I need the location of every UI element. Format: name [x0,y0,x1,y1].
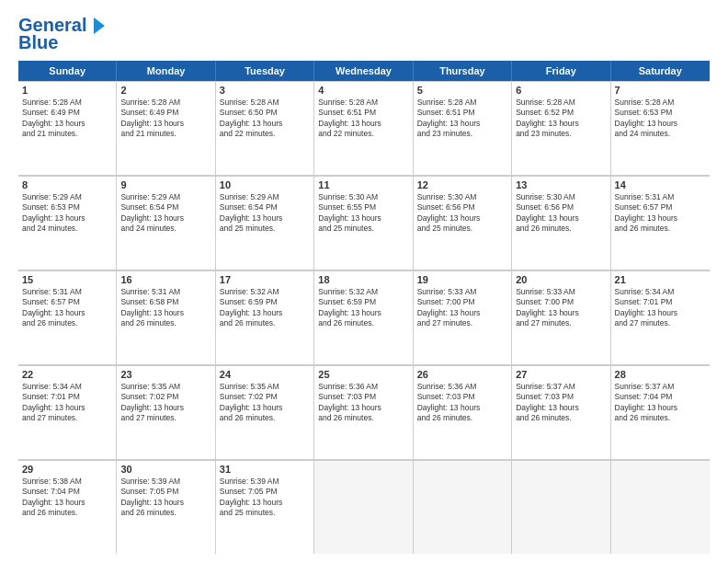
day-info-line: Sunset: 7:03 PM [417,392,507,402]
day-info-line: Daylight: 13 hours [22,119,112,129]
day-info-line: Sunrise: 5:29 AM [220,192,310,202]
calendar-day-3: 3Sunrise: 5:28 AMSunset: 6:50 PMDaylight… [216,81,314,175]
logo: General Blue [18,15,107,53]
day-info-line: Sunrise: 5:28 AM [516,98,606,108]
calendar-day-8: 8Sunrise: 5:29 AMSunset: 6:53 PMDaylight… [18,176,117,270]
calendar-day-14: 14Sunrise: 5:31 AMSunset: 6:57 PMDayligh… [611,176,710,270]
day-info-line: and 22 minutes. [318,129,408,139]
day-info-line: Sunrise: 5:38 AM [22,477,112,487]
calendar-day-4: 4Sunrise: 5:28 AMSunset: 6:51 PMDaylight… [314,81,413,175]
day-info-line: Sunset: 7:00 PM [516,297,606,307]
day-info-line: Daylight: 13 hours [417,308,507,318]
logo-blue: Blue [18,32,58,53]
day-number: 17 [220,274,310,285]
day-info-line: Sunrise: 5:28 AM [22,98,112,108]
day-info-line: Sunrise: 5:31 AM [120,287,210,297]
day-info-line: Daylight: 13 hours [417,403,507,413]
day-info-line: Sunset: 7:01 PM [615,297,706,307]
day-info-line: Sunrise: 5:32 AM [220,287,310,297]
day-info-line: Sunrise: 5:33 AM [516,287,606,297]
header-day-friday: Friday [512,61,610,81]
calendar-day-31: 31Sunrise: 5:39 AMSunset: 7:05 PMDayligh… [216,460,314,554]
day-info-line: Sunrise: 5:35 AM [220,382,310,392]
calendar-day-1: 1Sunrise: 5:28 AMSunset: 6:49 PMDaylight… [18,81,117,175]
day-info-line: Sunset: 6:54 PM [120,202,210,213]
day-info-line: Sunset: 6:54 PM [220,202,310,213]
day-info-line: Sunset: 7:03 PM [318,392,408,402]
day-info-line: and 21 minutes. [22,129,112,139]
calendar-day-21: 21Sunrise: 5:34 AMSunset: 7:01 PMDayligh… [611,270,710,364]
day-info-line: and 23 minutes. [417,129,507,139]
day-info-line: Sunset: 6:59 PM [220,297,310,307]
day-info-line: Sunset: 6:49 PM [22,108,112,118]
day-info-line: Daylight: 13 hours [220,119,310,129]
calendar-header: SundayMondayTuesdayWednesdayThursdayFrid… [18,61,710,81]
calendar-day-18: 18Sunrise: 5:32 AMSunset: 6:59 PMDayligh… [314,270,413,364]
day-number: 19 [417,274,507,285]
day-info-line: Sunrise: 5:30 AM [417,192,507,202]
day-number: 22 [22,369,112,380]
day-info-line: Sunset: 7:02 PM [220,392,310,402]
day-info-line: and 25 minutes. [220,224,310,234]
calendar-day-5: 5Sunrise: 5:28 AMSunset: 6:51 PMDaylight… [414,81,512,175]
calendar-day-2: 2Sunrise: 5:28 AMSunset: 6:49 PMDaylight… [117,81,215,175]
day-info-line: and 23 minutes. [516,129,606,139]
day-info-line: Sunset: 6:50 PM [220,108,310,118]
day-number: 7 [615,85,706,96]
day-number: 24 [220,369,310,380]
header-day-saturday: Saturday [611,61,710,81]
day-info-line: and 24 minutes. [22,224,112,234]
page: General Blue SundayMondayTuesdayWednesda… [0,0,728,563]
day-info-line: Sunset: 7:04 PM [22,487,112,497]
day-info-line: Sunset: 6:49 PM [120,108,210,118]
calendar-day-12: 12Sunrise: 5:30 AMSunset: 6:56 PMDayligh… [414,176,512,270]
calendar-empty-cell [414,460,512,554]
day-info-line: and 26 minutes. [318,318,408,328]
day-info-line: Daylight: 13 hours [220,403,310,413]
day-number: 21 [615,274,706,285]
calendar-day-13: 13Sunrise: 5:30 AMSunset: 6:56 PMDayligh… [512,176,610,270]
day-info-line: Sunrise: 5:31 AM [22,287,112,297]
day-info-line: Sunrise: 5:28 AM [318,98,408,108]
day-info-line: Daylight: 13 hours [22,308,112,318]
day-info-line: Sunset: 7:03 PM [516,392,606,402]
header-day-sunday: Sunday [18,61,117,81]
day-info-line: Sunrise: 5:30 AM [318,192,408,202]
day-info-line: and 25 minutes. [417,224,507,234]
day-info-line: Sunset: 6:56 PM [516,202,606,213]
day-number: 25 [318,369,408,380]
day-info-line: Sunrise: 5:37 AM [615,382,706,392]
day-number: 31 [220,464,310,475]
day-info-line: and 25 minutes. [220,508,310,518]
day-info-line: Sunset: 6:57 PM [615,202,706,213]
day-info-line: Sunrise: 5:29 AM [22,192,112,202]
day-number: 10 [220,179,310,190]
day-info-line: Sunrise: 5:30 AM [516,192,606,202]
calendar-day-11: 11Sunrise: 5:30 AMSunset: 6:55 PMDayligh… [314,176,413,270]
day-info-line: Sunrise: 5:34 AM [22,382,112,392]
day-info-line: Sunrise: 5:35 AM [120,382,210,392]
day-number: 15 [22,274,112,285]
day-number: 11 [318,179,408,190]
day-number: 9 [120,179,210,190]
day-info-line: and 26 minutes. [120,318,210,328]
day-number: 26 [417,369,507,380]
day-info-line: Sunset: 7:00 PM [417,297,507,307]
header-day-tuesday: Tuesday [216,61,314,81]
day-info-line: Daylight: 13 hours [318,308,408,318]
day-info-line: Sunrise: 5:36 AM [417,382,507,392]
calendar-day-24: 24Sunrise: 5:35 AMSunset: 7:02 PMDayligh… [216,365,314,459]
day-info-line: Daylight: 13 hours [516,213,606,224]
calendar-day-26: 26Sunrise: 5:36 AMSunset: 7:03 PMDayligh… [414,365,512,459]
day-info-line: Daylight: 13 hours [120,498,210,508]
day-info-line: Daylight: 13 hours [615,403,706,413]
day-info-line: Sunset: 6:55 PM [318,202,408,213]
day-info-line: Sunrise: 5:29 AM [120,192,210,202]
day-number: 6 [516,85,606,96]
day-info-line: Sunrise: 5:33 AM [417,287,507,297]
day-info-line: Daylight: 13 hours [22,213,112,224]
calendar-row-5: 29Sunrise: 5:38 AMSunset: 7:04 PMDayligh… [18,460,710,554]
day-info-line: Sunset: 6:51 PM [417,108,507,118]
day-info-line: Sunset: 7:02 PM [120,392,210,402]
svg-marker-0 [94,17,105,34]
